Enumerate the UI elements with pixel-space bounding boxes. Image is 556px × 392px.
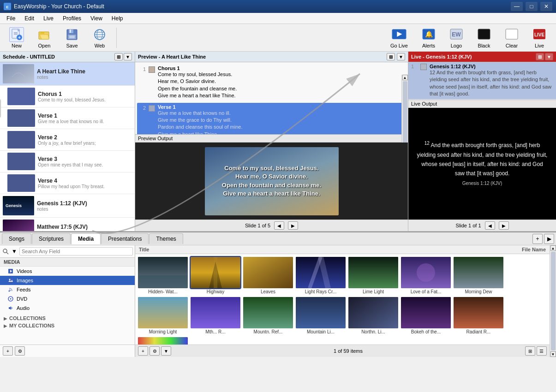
schedule-item[interactable]: Verse 2 Only a joy, a few brief years; [0,129,135,151]
live-item[interactable]: 1 Genesis 1:12 (KJV) 12 And the earth br… [408,62,556,100]
search-input[interactable] [19,247,133,255]
media-thumb-limelight[interactable]: Lime Light [348,257,398,294]
preview-slide[interactable]: Come to my soul, blessed Jesus. Hear me,… [205,147,339,215]
media-settings-button[interactable]: ⚙ [149,346,160,356]
open-button[interactable]: Open [31,25,57,50]
media-thumb-morninglight[interactable]: Morning Light [138,297,188,334]
schedule-item[interactable]: Verse 1 Give me a love that knows no ill… [0,107,135,129]
live-prev-button[interactable]: ◀ [485,221,495,230]
add-media-button[interactable]: + [3,346,13,356]
tab-presentations[interactable]: Presentations [101,233,149,244]
live-icon: LIVE [532,27,547,42]
media-thumb-bokeh[interactable]: Bokeh of the... [401,297,451,334]
new-button[interactable]: + New [4,25,30,50]
media-scroll-thumb[interactable] [551,252,556,350]
live-button[interactable]: LIVE Live [526,25,552,50]
collections-header-item[interactable]: ▶ COLLECTIONS [0,315,135,322]
slide-item[interactable]: 2 Verse 1 Give me a love that knows no i… [137,103,406,134]
tab-more-button[interactable]: ▶ [544,234,554,244]
media-options-button[interactable]: ⚙ [15,346,25,356]
menu-file[interactable]: File [2,14,20,23]
media-thumb-mountain2[interactable]: Mountn. Ref... [243,297,293,334]
menu-live[interactable]: Live [39,14,58,23]
svg-rect-12 [69,36,75,38]
grid-view-button[interactable]: ⊞ [525,346,535,356]
tree-item-images[interactable]: Images [0,276,135,285]
media-thumb-northern[interactable]: Northn. Li... [348,297,398,334]
scroll-up[interactable]: ▲ [402,75,408,80]
live-slide[interactable]: 12 And the earth brought forth grass, [a… [411,125,553,202]
media-scroll-up[interactable]: ▲ [550,245,556,251]
my-collections-header-item[interactable]: ▶ MY COLLECTIONS [0,322,135,329]
media-scrollbar[interactable]: ▲ ▼ [550,245,556,357]
golive-button[interactable]: Go Live [384,25,414,50]
black-button[interactable]: Black [471,25,497,50]
live-next-button[interactable]: ▶ [499,221,509,230]
schedule-info: A Heart Like Thine notes [37,68,132,80]
schedule-item-subtitle: notes [37,207,132,212]
schedule-collapse-left[interactable]: ◀ [0,99,1,118]
menu-edit[interactable]: Edit [20,14,39,23]
media-thumb-hidden[interactable]: Hidden- Wat... [138,257,188,294]
media-thumb-mountain1[interactable]: Mth... R... [191,297,240,334]
tab-media[interactable]: Media [71,233,101,244]
schedule-item[interactable]: Matthew 17:5 (KJV) notes [0,218,135,231]
alerts-button[interactable]: 🔔 Alerts [416,25,442,50]
preview-options[interactable]: ▼ [397,53,405,60]
tree-item-videos[interactable]: Videos [0,267,135,276]
media-delete-button[interactable]: ▼ [161,346,171,356]
save-button[interactable]: Save [59,25,85,50]
tab-themes[interactable]: Themes [149,233,183,244]
maximize-button[interactable]: □ [526,2,538,11]
live-item-icon [420,64,427,70]
list-view-button[interactable]: ☰ [537,346,547,356]
schedule-item[interactable]: A Heart Like Thine notes [0,62,135,86]
svg-rect-37 [7,153,35,170]
schedule-item-subtitle: notes [37,75,132,80]
tree-item-audio[interactable]: Audio [0,303,135,313]
media-thumb-mountain3[interactable]: Mountain Li... [296,297,346,334]
thumb-label: Lime Light [348,289,398,294]
preview-view-toggle[interactable]: ⊞ [387,53,395,60]
media-scroll-down[interactable]: ▼ [550,351,556,357]
menu-profiles[interactable]: Profiles [58,14,86,23]
live-options[interactable]: ▼ [545,53,553,60]
video-icon [7,268,14,274]
schedule-item[interactable]: Verse 3 Open mine eyes that I may see. [0,151,135,172]
schedule-options[interactable]: ▼ [124,53,132,60]
media-thumb-rainbow[interactable]: Rainbow R... [138,337,188,344]
menu-help[interactable]: Help [107,14,128,23]
tab-add-button[interactable]: + [532,234,543,244]
thumb-image [454,297,503,328]
search-dropdown-icon[interactable]: ▼ [11,248,18,255]
menu-view[interactable]: View [86,14,107,23]
web-button[interactable]: Web [87,25,113,50]
logo-button[interactable]: EW Logo [443,25,469,50]
media-thumb-love[interactable]: Love of a Fat... [401,257,451,294]
media-thumb-highway[interactable]: Highway [191,257,240,294]
schedule-item[interactable]: Chorus 1 Come to my soul, blessed Jesus. [0,86,135,107]
live-label: Live [535,43,544,48]
tab-scriptures[interactable]: Scriptures [32,233,71,244]
clear-button[interactable]: Clear [499,25,525,50]
media-add-button[interactable]: + [138,346,148,356]
tree-item-dvd[interactable]: DVD [0,294,135,303]
schedule-thumb [7,174,35,192]
schedule-item[interactable]: Verse 4 Pillow my head upon Thy breast. [0,172,135,194]
minimize-button[interactable]: — [511,2,523,11]
preview-prev-button[interactable]: ◀ [274,221,284,230]
media-thumb-lightrays[interactable]: Light Rays Cr... [296,257,346,294]
tab-songs[interactable]: Songs [2,233,31,244]
search-icon[interactable] [2,248,9,255]
tree-item-feeds[interactable]: Feeds [0,285,135,294]
schedule-thumb [7,153,35,170]
schedule-item[interactable]: Genesis Genesis 1:12 (KJV) notes [0,194,135,218]
live-view-toggle[interactable]: ⊞ [536,53,544,60]
slide-item[interactable]: 1 Chorus 1 Come to my soul, blessed Jesu… [137,64,406,101]
close-button[interactable]: ✕ [540,2,552,11]
schedule-view-toggle[interactable]: ⊞ [114,53,123,60]
media-thumb-radiant[interactable]: Radiant R... [454,297,503,334]
media-thumb-leaves[interactable]: Leaves [243,257,293,294]
preview-next-button[interactable]: ▶ [288,221,298,230]
media-thumb-morningdew[interactable]: Morning Dew [454,257,503,294]
